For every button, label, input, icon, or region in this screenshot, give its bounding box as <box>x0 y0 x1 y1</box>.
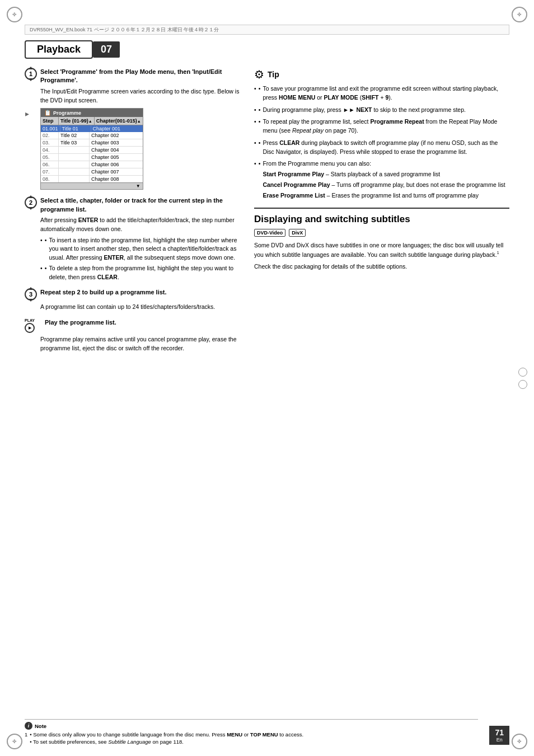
step-3-body: A programme list can contain up to 24 ti… <box>40 303 243 312</box>
table-cell-title <box>59 161 90 168</box>
table-cell-step: 03. <box>41 139 59 146</box>
table-cell-chapter: Chapter 002 <box>90 132 130 139</box>
note-label: Note <box>35 723 46 729</box>
badge-divx: DivX <box>289 229 306 237</box>
step-4: PLAY Play the programme list. Programme … <box>25 318 243 353</box>
table-cell-title <box>59 176 90 182</box>
table-cell-chapter: Chapter 008 <box>90 176 130 182</box>
file-info-bar: DVR550H_WV_EN.book 71 ページ ２００６年１２月２８日 木曜… <box>25 25 509 35</box>
right-circle-1 <box>518 368 527 377</box>
tip-title: Tip <box>268 70 279 79</box>
tip-item-5: • From the Programme menu you can also: … <box>254 159 509 200</box>
right-column: ⚙ Tip • To save your programme list and … <box>254 68 509 360</box>
step-2-bullet-1: • To insert a step into the programme li… <box>40 236 243 262</box>
tip-item-1: • To save your programme list and exit t… <box>254 84 509 102</box>
step-2: 2 Select a title, chapter, folder or tra… <box>25 196 243 281</box>
tip-box: ⚙ Tip • To save your programme list and … <box>254 68 509 200</box>
table-title-row: 📋 Programme <box>41 109 143 117</box>
table-row: 06. Chapter 006 <box>41 161 143 168</box>
note-icon: i <box>25 722 32 730</box>
col-header-title: Title (01-99) ▲ <box>59 117 95 125</box>
table-row: 03. Title 03 Chapter 003 <box>41 139 143 147</box>
step-1: 1 Select 'Programme' from the Play Mode … <box>25 68 243 190</box>
step-2-header: 2 Select a title, chapter, folder or tra… <box>25 196 243 214</box>
header-left: Playback 07 <box>25 40 120 59</box>
step-4-icon: PLAY <box>25 318 35 333</box>
step-3-text: A programme list can contain up to 24 ti… <box>40 303 243 312</box>
left-indicator: ◀ <box>25 112 30 118</box>
step-2-text: After pressing ENTER to add the title/ch… <box>40 216 243 234</box>
table-cell-title: Title 03 <box>59 139 90 146</box>
page-title: Playback <box>25 40 93 59</box>
note-item-2: 1 • To set subtitle preferences, see Sub… <box>25 739 478 745</box>
page-lang: En <box>495 737 504 743</box>
table-cell-step: 07. <box>41 168 59 175</box>
step-1-title: Select 'Programme' from the Play Mode me… <box>40 68 243 85</box>
table-cell-chapter: Chapter 003 <box>90 139 130 146</box>
table-cell-step: 08. <box>41 176 59 182</box>
step-2-body: After pressing ENTER to add the title/ch… <box>40 216 243 281</box>
tip-header: ⚙ Tip <box>254 68 509 81</box>
subtitles-text-2: Check the disc packaging for details of … <box>254 262 509 271</box>
step-4-title: Play the programme list. <box>45 318 116 327</box>
col-header-step: Step <box>41 117 59 125</box>
two-col-layout: 1 Select 'Programme' from the Play Mode … <box>25 68 509 360</box>
right-decorations <box>516 350 530 406</box>
col-header-chapter: Chapter(001-015) ▲ <box>95 117 143 125</box>
page-number-box: 71 En <box>489 726 509 745</box>
table-title-label: Programme <box>53 110 81 116</box>
step-3-title: Repeat step 2 to build up a programme li… <box>40 288 167 297</box>
step-2-title: Select a title, chapter, folder or track… <box>40 196 243 214</box>
table-cell-chapter: Chapter 006 <box>90 161 130 168</box>
programme-table-container: 📋 Programme Step Title (01-99) ▲ Chapte <box>40 108 243 190</box>
step-1-text: The Input/Edit Programme screen varies a… <box>40 87 243 105</box>
note-box: i Note 1 • Some discs only allow you to … <box>25 719 478 745</box>
table-cell-step: 01.001 <box>41 125 60 132</box>
step-3: 3 Repeat step 2 to build up a programme … <box>25 288 243 312</box>
play-button-icon <box>25 323 35 333</box>
table-row: 04. Chapter 004 <box>41 147 143 154</box>
note-item-1: 1 • Some discs only allow you to change … <box>25 731 478 738</box>
table-cell-title <box>59 147 90 153</box>
corner-decoration-bl: ✤ <box>4 731 25 752</box>
file-info-text: DVR550H_WV_EN.book 71 ページ ２００６年１２月２８日 木曜… <box>30 26 219 34</box>
tip-item-2: • During programme play, press ►► NEXT t… <box>254 106 509 115</box>
table-row: 08. Chapter 008 <box>41 176 143 182</box>
table-scroll-down: ▼ <box>41 182 143 189</box>
step-4-header: PLAY Play the programme list. <box>25 318 243 333</box>
note-header: i Note <box>25 722 478 730</box>
right-circle-2 <box>518 380 527 389</box>
step-1-header: 1 Select 'Programme' from the Play Mode … <box>25 68 243 85</box>
table-row: 05. Chapter 005 <box>41 154 143 161</box>
tip-icon: ⚙ <box>254 68 264 81</box>
play-label-above: PLAY <box>25 318 35 322</box>
step-2-bullet-2: • To delete a step from the programme li… <box>40 264 243 282</box>
page-number-header: 07 <box>93 41 120 58</box>
main-content: Playback 07 1 Select 'Programme' from th… <box>25 40 509 731</box>
table-cell-chapter: Chapter 005 <box>90 154 130 161</box>
step-3-circle: 3 <box>25 288 37 300</box>
page-number: 71 <box>495 728 504 737</box>
subtitles-text-1: Some DVD and DivX discs have subtitles i… <box>254 241 509 259</box>
table-cell-title: Title 01 <box>60 125 91 132</box>
corner-decoration-tl: ✤ <box>4 4 25 25</box>
step-1-body: The Input/Edit Programme screen varies a… <box>40 87 243 105</box>
page-header: Playback 07 <box>25 40 509 59</box>
left-column: 1 Select 'Programme' from the Play Mode … <box>25 68 243 360</box>
table-cell-step: 06. <box>41 161 59 168</box>
table-row: 01.001 Title 01 Chapter 001 <box>41 125 143 132</box>
step-4-text: Programme play remains active until you … <box>40 335 243 353</box>
table-header-row: Step Title (01-99) ▲ Chapter(001-015) ▲ <box>41 117 143 125</box>
corner-decoration-br: ✤ <box>509 731 530 752</box>
format-badges: DVD-Video DivX <box>254 229 509 237</box>
table-cell-title: Title 02 <box>59 132 90 139</box>
table-row: 02. Title 02 Chapter 002 <box>41 132 143 139</box>
table-cell-chapter: Chapter 004 <box>90 147 130 153</box>
step-2-circle: 2 <box>25 196 37 209</box>
subtitles-section-title: Displaying and switching subtitles <box>254 213 509 226</box>
step-3-header: 3 Repeat step 2 to build up a programme … <box>25 288 243 300</box>
step-4-body: Programme play remains active until you … <box>40 335 243 353</box>
table-cell-title <box>59 168 90 175</box>
tip-item-4: • Press CLEAR during playback to switch … <box>254 139 509 157</box>
step-1-circle: 1 <box>25 68 37 80</box>
